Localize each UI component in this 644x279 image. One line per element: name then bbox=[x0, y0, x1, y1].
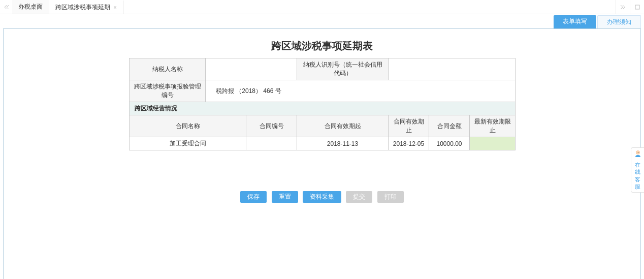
tab-cross-region-extension[interactable]: 跨区域涉税事项延期 × bbox=[49, 0, 123, 14]
svg-rect-0 bbox=[635, 5, 639, 9]
svg-point-3 bbox=[638, 152, 639, 153]
col-amount: 合同金额 bbox=[429, 115, 470, 137]
tab-form-fill[interactable]: 表单填写 bbox=[554, 15, 596, 28]
col-contract-no: 合同编号 bbox=[246, 115, 297, 137]
label-taxpayer-id: 纳税人识别号（统一社会信用代码） bbox=[297, 58, 389, 80]
form-table: 纳税人名称 纳税人识别号（统一社会信用代码） 跨区域涉税事项报验管理编号 税跨报… bbox=[129, 58, 516, 150]
reset-button[interactable]: 重置 bbox=[272, 191, 298, 203]
secondary-tabs: 表单填写 办理须知 bbox=[0, 14, 644, 28]
cell-contract-name: 加工受理合同 bbox=[130, 137, 246, 150]
button-row: 保存 重置 资料采集 提交 打印 bbox=[129, 191, 515, 203]
tab-label: 跨区域涉税事项延期 bbox=[55, 3, 110, 12]
label-management-no: 跨区域涉税事项报验管理编号 bbox=[130, 80, 206, 102]
print-button: 打印 bbox=[377, 191, 404, 203]
tab-label: 办税桌面 bbox=[18, 3, 43, 11]
col-valid-from: 合同有效期起 bbox=[297, 115, 389, 137]
svg-point-2 bbox=[637, 152, 637, 153]
label-taxpayer-name: 纳税人名称 bbox=[130, 58, 206, 80]
form-title: 跨区域涉税事项延期表 bbox=[129, 34, 515, 58]
tab-scroll-left[interactable] bbox=[0, 0, 12, 14]
cell-amount: 10000.00 bbox=[429, 137, 470, 150]
close-icon[interactable]: × bbox=[113, 5, 117, 11]
section-header: 跨区域经营情况 bbox=[130, 102, 516, 115]
online-help-widget[interactable]: 在线客服 bbox=[631, 147, 644, 193]
collect-button[interactable]: 资料采集 bbox=[303, 191, 341, 203]
value-taxpayer-id[interactable] bbox=[389, 58, 516, 80]
submit-button: 提交 bbox=[346, 191, 372, 203]
cell-valid-to: 2018-12-05 bbox=[389, 137, 429, 150]
tabs-container: 办税桌面 跨区域涉税事项延期 × bbox=[12, 0, 123, 14]
value-taxpayer-name[interactable] bbox=[206, 58, 297, 80]
content-area: 跨区域涉税事项延期表 纳税人名称 纳税人识别号（统一社会信用代码） 跨区域涉税事… bbox=[3, 28, 641, 279]
col-valid-to: 合同有效期止 bbox=[389, 115, 429, 137]
help-label: 在线客服 bbox=[635, 162, 640, 190]
cell-valid-from: 2018-11-13 bbox=[297, 137, 389, 150]
save-button[interactable]: 保存 bbox=[240, 191, 267, 203]
col-contract-name: 合同名称 bbox=[130, 115, 246, 137]
table-row: 加工受理合同 2018-11-13 2018-12-05 10000.00 bbox=[130, 137, 516, 150]
cell-contract-no bbox=[246, 137, 297, 150]
tab-process-notice[interactable]: 办理须知 bbox=[597, 15, 641, 28]
value-management-no: 税跨报 （2018） 466 号 bbox=[206, 80, 516, 102]
tab-scroll-right[interactable] bbox=[616, 0, 630, 14]
form-panel: 跨区域涉税事项延期表 纳税人名称 纳税人识别号（统一社会信用代码） 跨区域涉税事… bbox=[129, 34, 515, 203]
tab-bar: 办税桌面 跨区域涉税事项延期 × bbox=[0, 0, 644, 14]
col-new-valid-to: 最新有效期限止 bbox=[470, 115, 516, 137]
maximize-button[interactable] bbox=[630, 0, 644, 14]
svg-point-1 bbox=[636, 151, 639, 154]
support-icon bbox=[632, 150, 643, 160]
window-controls bbox=[616, 0, 644, 14]
cell-new-valid-to[interactable] bbox=[470, 137, 516, 150]
sec-tab-label: 表单填写 bbox=[563, 18, 587, 25]
sec-tab-label: 办理须知 bbox=[607, 18, 631, 25]
tab-tax-desktop[interactable]: 办税桌面 bbox=[12, 0, 49, 14]
